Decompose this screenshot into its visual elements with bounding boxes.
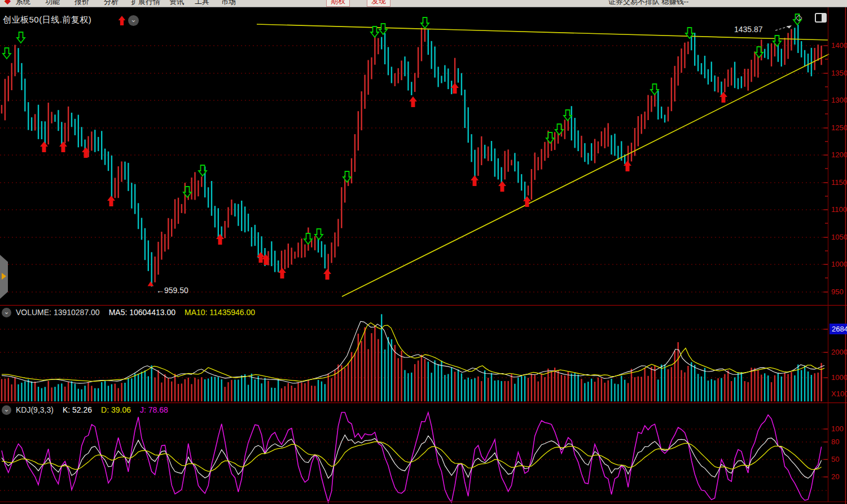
volume-bar: [701, 377, 702, 401]
menu-item-3[interactable]: 报价: [74, 0, 89, 7]
volume-bar: [181, 383, 182, 401]
menu-item-6[interactable]: 资讯: [169, 0, 184, 7]
volume-bar: [661, 365, 662, 401]
collapse-volume-pane-button[interactable]: ⌄: [2, 308, 11, 317]
candle-bar: [771, 43, 772, 67]
collapse-kdj-pane-button[interactable]: ⌄: [2, 405, 11, 415]
candle-bar: [101, 131, 102, 160]
volume-bar: [504, 381, 506, 401]
volume-bar: [227, 382, 229, 401]
volume-bar: [477, 377, 479, 401]
volume-bar: [691, 362, 692, 402]
volume-bar: [328, 374, 329, 401]
candle-bar: [471, 134, 472, 162]
volume-bar: [354, 353, 356, 401]
sidebar-expander-handle[interactable]: [0, 255, 8, 299]
candle-bar: [668, 107, 669, 121]
volume-bar: [794, 375, 795, 401]
volume-bar: [654, 365, 655, 401]
candle-bar: [224, 221, 225, 238]
volume-ma5-value: MA5: 10604413.00: [109, 308, 175, 317]
volume-bar: [194, 378, 195, 401]
volume-ma10-value: MA10: 11435946.00: [185, 308, 255, 317]
volume-bar: [494, 381, 495, 401]
candle-bar: [314, 236, 315, 250]
axis-label: 1000: [831, 260, 847, 268]
candle-bar: [134, 184, 135, 214]
candle-bar: [581, 136, 582, 157]
volume-bar: [807, 372, 809, 401]
candle-bar: [258, 232, 259, 258]
volume-bar: [168, 378, 169, 401]
volume-bar: [104, 381, 106, 401]
candle-bar: [297, 242, 299, 257]
candle-bar: [38, 105, 39, 139]
volume-bar: [664, 364, 665, 401]
volume-bar: [791, 372, 792, 401]
panel-layout-icon[interactable]: [815, 13, 827, 23]
volume-bar: [297, 382, 299, 401]
volume-bar: [511, 374, 512, 401]
volume-bar: [681, 370, 682, 402]
sell-arrow-icon: [371, 26, 379, 37]
candle-bar: [791, 29, 792, 51]
volume-ma5-line: [2, 321, 824, 383]
collapse-main-pane-button[interactable]: ⌄: [128, 15, 139, 26]
chart-canvas[interactable]: [0, 0, 847, 504]
candle-bar: [371, 58, 372, 79]
candle-bar: [24, 79, 25, 112]
candle-bar: [594, 139, 595, 163]
menu-item-5[interactable]: 扩展行情: [131, 0, 160, 7]
candle-bar: [81, 127, 82, 146]
menu-item-10[interactable]: 发现: [367, 0, 390, 7]
menu-item-7[interactable]: 工具: [195, 0, 209, 7]
menu-item-4[interactable]: 分析: [104, 0, 119, 7]
menu-item-1[interactable]: 系统: [16, 0, 30, 7]
volume-axis-multiplier: X10000: [831, 390, 847, 398]
axis-label: 50: [831, 455, 839, 463]
volume-bar: [278, 379, 279, 401]
candle-bar: [54, 114, 55, 122]
volume-bar: [308, 381, 309, 401]
volume-bar: [174, 374, 175, 401]
axis-label: 20: [831, 472, 839, 481]
menu-item-2[interactable]: 功能: [45, 0, 60, 7]
volume-bar: [601, 378, 602, 401]
volume-bar: [185, 379, 186, 401]
candle-bar: [671, 78, 672, 112]
candle-bar: [591, 143, 592, 161]
volume-bar: [111, 384, 112, 402]
candle-bar: [41, 121, 42, 139]
diamond-icon[interactable]: ◇: [796, 12, 802, 23]
kdj-header: KDJ(9,3,3) K: 52.26 D: 39.06 J: 78.68: [16, 405, 168, 414]
axis-frame: [0, 7, 847, 504]
buy-arrow-icon: [216, 234, 224, 245]
volume-bar: [697, 374, 699, 401]
volume-series: [1, 314, 824, 401]
volume-bar: [437, 364, 438, 401]
candle-bar: [17, 48, 19, 72]
candle-bar: [404, 56, 405, 76]
volume-bar: [638, 377, 639, 401]
menu-item-8[interactable]: 市场: [221, 0, 236, 7]
candle-bar: [31, 117, 32, 131]
volume-bar: [724, 374, 725, 401]
candle-bar: [431, 41, 432, 69]
volume-bar: [17, 384, 19, 401]
volume-bar: [711, 379, 712, 402]
menu-item-9[interactable]: 期权: [326, 0, 350, 7]
kdj-series: [2, 413, 822, 502]
candle-bar: [468, 107, 469, 143]
kdj-name: KDJ(9,3,3): [16, 405, 54, 414]
volume-bar: [784, 373, 785, 401]
volume-bar: [767, 375, 769, 401]
volume-bar: [84, 386, 85, 401]
volume-bar: [71, 381, 72, 401]
volume-bar: [631, 369, 632, 401]
candle-bar: [748, 69, 749, 91]
candle-bar: [74, 119, 76, 135]
candle-bar: [464, 90, 466, 128]
candle-bar: [781, 49, 782, 67]
candle-bar: [251, 227, 252, 246]
menu-bar: ◆ 系统功能报价分析扩展行情资讯工具市场期权发现 证券交易不排队 稳赚钱--: [0, 0, 847, 7]
